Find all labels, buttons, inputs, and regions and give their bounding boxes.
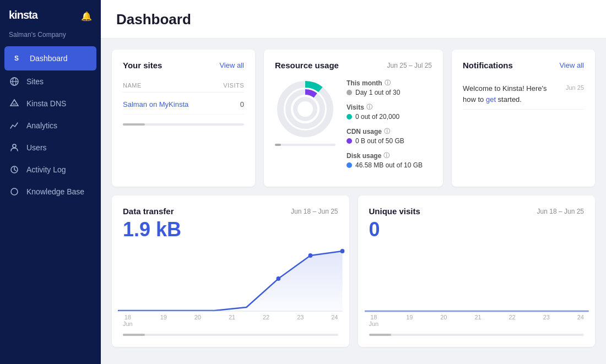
resource-usage-date: Jun 25 – Jul 25 [387, 62, 432, 69]
notif-get-link[interactable]: get [486, 95, 496, 104]
uv-x-label-20: 20 [440, 314, 447, 327]
unique-visits-chart [365, 246, 589, 312]
x-label-22: 22 [263, 314, 269, 327]
uv-x-label-18: 18Jun [369, 314, 379, 327]
data-transfer-value: 1.9 kB [123, 218, 338, 241]
this-month-info-icon[interactable]: ⓘ [385, 79, 391, 87]
svg-point-14 [276, 276, 280, 281]
cdn-section: CDN usage ⓘ 0 B out of 50 GB [347, 127, 432, 145]
sidebar-item-analytics[interactable]: Analytics [0, 115, 101, 137]
notif-text: Welcome to Kinsta! Here's how to get sta… [463, 83, 561, 105]
uv-x-label-24: 24 [577, 314, 584, 327]
day-value: Day 1 out of 30 [347, 89, 432, 96]
x-label-18: 18Jun [123, 314, 133, 327]
data-transfer-header: Data transfer Jun 18 – Jun 25 [123, 207, 338, 216]
site-name-link[interactable]: Salman on MyKinsta [123, 100, 188, 108]
unique-visits-date: Jun 18 – Jun 25 [537, 208, 584, 215]
kinsta-logo: kinsta [9, 8, 53, 24]
uv-x-label-21: 21 [474, 314, 481, 327]
notifications-card: Notifications View all Welcome to Kinsta… [452, 50, 595, 187]
data-transfer-date: Jun 18 – Jun 25 [291, 208, 338, 215]
unique-visits-value: 0 [369, 218, 585, 241]
main-header: Dashboard [101, 0, 606, 39]
dashboard-avatar: S [10, 52, 23, 65]
sites-icon [9, 76, 20, 87]
sidebar-item-sites[interactable]: Sites [0, 70, 101, 93]
svg-text:kinsta: kinsta [9, 9, 39, 21]
your-sites-header: Your sites View all [123, 61, 244, 70]
bell-icon[interactable]: 🔔 [81, 11, 92, 21]
x-label-23: 23 [297, 314, 304, 327]
disk-label: Disk usage ⓘ [347, 151, 432, 160]
svg-point-16 [340, 249, 345, 253]
cdn-info-icon[interactable]: ⓘ [384, 127, 390, 135]
company-name: Salman's Company [0, 30, 101, 46]
x-label-21: 21 [229, 314, 235, 327]
kinsta-dns-icon [9, 98, 20, 109]
sidebar-item-dashboard[interactable]: S Dashboard [4, 46, 96, 70]
cards-row-2: Data transfer Jun 18 – Jun 25 1.9 kB [112, 195, 595, 347]
disk-value: 46.58 MB out of 10 GB [347, 161, 432, 169]
your-sites-title: Your sites [123, 61, 162, 70]
resource-stats: This month ⓘ Day 1 out of 30 Visits [347, 79, 432, 176]
users-icon [9, 142, 20, 153]
sidebar-item-knowledge-base[interactable]: Knowledge Base [0, 181, 101, 203]
svg-marker-4 [10, 100, 18, 106]
uv-x-label-23: 23 [543, 314, 550, 327]
sidebar-item-dashboard-label: Dashboard [30, 54, 68, 63]
svg-point-6 [13, 144, 16, 148]
notif-header-row: Welcome to Kinsta! Here's how to get sta… [463, 83, 584, 105]
disk-info-icon[interactable]: ⓘ [383, 151, 389, 160]
sidebar-item-sites-label: Sites [26, 77, 44, 86]
sidebar-item-analytics-label: Analytics [26, 121, 57, 130]
this-month-section: This month ⓘ Day 1 out of 30 [347, 79, 432, 96]
unique-visits-card: Unique visits Jun 18 – Jun 25 0 18Jun 19… [358, 195, 596, 347]
unique-visits-title: Unique visits [369, 207, 420, 216]
resource-usage-title: Resource usage [275, 61, 339, 70]
unique-visits-scroll-thumb [369, 334, 391, 336]
analytics-icon [9, 120, 20, 131]
data-transfer-scroll-thumb [123, 334, 145, 336]
notif-text-after: started. [496, 95, 522, 104]
sidebar-item-knowledge-base-label: Knowledge Base [26, 187, 84, 196]
cdn-value: 0 B out of 50 GB [347, 137, 432, 145]
notifications-view-all-link[interactable]: View all [559, 61, 584, 69]
cards-row-1: Your sites View all NAME VISITS Salman o… [112, 50, 595, 187]
knowledge-base-icon [9, 186, 20, 197]
visits-label: Visits ⓘ [347, 103, 432, 111]
this-month-label: This month ⓘ [347, 79, 432, 87]
sidebar-item-users[interactable]: Users [0, 137, 101, 159]
resource-usage-content: This month ⓘ Day 1 out of 30 Visits [275, 79, 432, 176]
day-dot [347, 90, 352, 95]
visits-info-icon[interactable]: ⓘ [366, 103, 372, 111]
table-row: Salman on MyKinsta 0 [123, 95, 244, 115]
disk-dot [347, 162, 352, 168]
unique-visits-scroll-indicator [369, 334, 585, 336]
data-transfer-scroll-indicator [123, 334, 338, 336]
sidebar-item-activity-log-label: Activity Log [26, 165, 66, 174]
your-sites-view-all-link[interactable]: View all [219, 61, 244, 69]
activity-log-icon [9, 164, 20, 175]
x-label-20: 20 [194, 314, 201, 327]
cdn-label: CDN usage ⓘ [347, 127, 432, 135]
cdn-dot [347, 138, 352, 144]
data-transfer-title: Data transfer [123, 207, 174, 216]
sidebar-item-kinsta-dns[interactable]: Kinsta DNS [0, 93, 101, 115]
page-title: Dashboard [116, 11, 591, 28]
notifications-title: Notifications [463, 61, 513, 70]
sidebar-item-kinsta-dns-label: Kinsta DNS [26, 99, 66, 108]
data-transfer-card: Data transfer Jun 18 – Jun 25 1.9 kB [112, 195, 349, 347]
x-label-19: 19 [160, 314, 167, 327]
svg-point-13 [295, 99, 315, 119]
sites-col-visits-header: VISITS [223, 82, 244, 89]
sites-scroll-indicator [123, 123, 244, 126]
sidebar-header: kinsta 🔔 [0, 0, 101, 30]
resource-usage-card: Resource usage Jun 25 – Jul 25 [264, 50, 443, 187]
notifications-header: Notifications View all [463, 61, 584, 70]
sidebar-item-activity-log[interactable]: Activity Log [0, 159, 101, 181]
unique-visits-x-labels: 18Jun 19 20 21 22 23 24 [369, 312, 585, 327]
donut-chart [275, 79, 336, 139]
main-content-area: Dashboard Your sites View all NAME VISIT… [101, 0, 606, 364]
main-content: Your sites View all NAME VISITS Salman o… [101, 39, 606, 358]
your-sites-card: Your sites View all NAME VISITS Salman o… [112, 50, 255, 187]
